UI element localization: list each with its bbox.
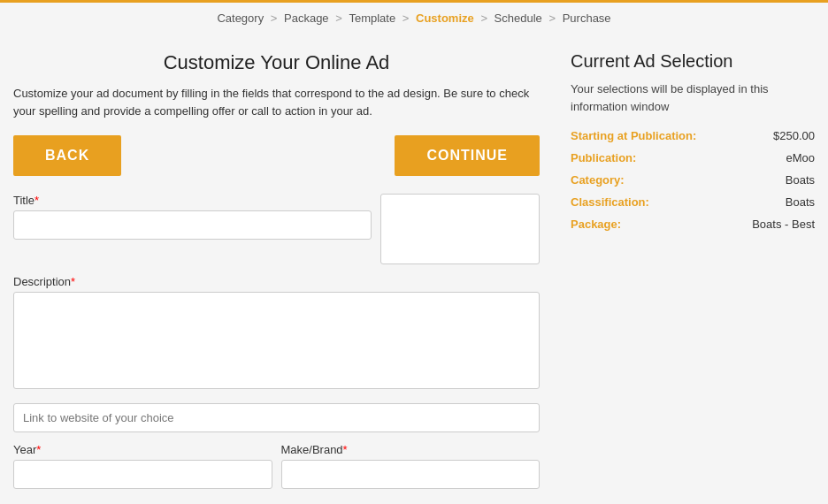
continue-button[interactable]: CONTINUE bbox=[395, 135, 540, 176]
separator: > bbox=[402, 11, 410, 25]
description-label: Description* bbox=[13, 275, 540, 288]
year-field-wrap: Year* bbox=[13, 443, 272, 489]
breadcrumb-item-customize[interactable]: Customize bbox=[416, 11, 474, 25]
right-panel: Current Ad Selection Your selections wil… bbox=[557, 34, 828, 500]
page-description: Customize your ad document by filling in… bbox=[13, 85, 540, 119]
make-brand-field-wrap: Make/Brand* bbox=[281, 443, 540, 489]
link-field-wrap bbox=[13, 403, 540, 432]
description-input[interactable] bbox=[13, 292, 540, 389]
ad-selection-description: Your selections will be displayed in thi… bbox=[571, 80, 815, 115]
make-brand-input[interactable] bbox=[281, 460, 540, 489]
separator: > bbox=[271, 11, 278, 25]
title-field-wrap: Title* bbox=[13, 194, 372, 264]
breadcrumb-item-purchase[interactable]: Purchase bbox=[563, 11, 611, 25]
selection-starting-at: Starting at Publication: $250.00 bbox=[571, 129, 815, 142]
year-input[interactable] bbox=[13, 460, 272, 489]
publication-value: eMoo bbox=[786, 151, 815, 164]
button-row: BACK CONTINUE bbox=[13, 135, 540, 176]
ad-selection-title: Current Ad Selection bbox=[571, 51, 815, 72]
selection-classification: Classification: Boats bbox=[571, 195, 815, 209]
year-make-row: Year* Make/Brand* bbox=[13, 443, 540, 489]
selection-category: Category: Boats bbox=[571, 173, 815, 187]
title-row: Title* bbox=[13, 194, 540, 264]
breadcrumb-item-category[interactable]: Category bbox=[217, 11, 264, 25]
package-label: Package: bbox=[571, 218, 621, 231]
classification-label: Classification: bbox=[571, 195, 649, 209]
year-label: Year* bbox=[13, 443, 272, 456]
breadcrumb-item-template[interactable]: Template bbox=[349, 11, 395, 25]
make-brand-label: Make/Brand* bbox=[281, 443, 540, 456]
separator: > bbox=[335, 11, 342, 25]
left-panel: Customize Your Online Ad Customize your … bbox=[0, 34, 557, 500]
classification-value: Boats bbox=[786, 195, 815, 209]
starting-at-label: Starting at Publication: bbox=[571, 129, 696, 142]
title-preview-wrap bbox=[380, 194, 540, 264]
separator: > bbox=[480, 11, 487, 25]
back-button[interactable]: BACK bbox=[13, 135, 121, 176]
category-value: Boats bbox=[786, 173, 815, 187]
separator: > bbox=[548, 11, 556, 25]
starting-at-value: $250.00 bbox=[773, 129, 815, 142]
category-label: Category: bbox=[571, 173, 625, 187]
link-input[interactable] bbox=[13, 403, 540, 432]
title-preview-box bbox=[380, 194, 540, 264]
breadcrumb-item-package[interactable]: Package bbox=[284, 11, 329, 25]
title-input[interactable] bbox=[13, 210, 372, 240]
selection-publication: Publication: eMoo bbox=[571, 151, 815, 164]
breadcrumb: Category > Package > Template > Customiz… bbox=[0, 0, 828, 34]
description-field-wrap: Description* bbox=[13, 275, 540, 393]
page-title: Customize Your Online Ad bbox=[13, 51, 540, 74]
publication-label: Publication: bbox=[571, 151, 636, 164]
selection-package: Package: Boats - Best bbox=[571, 218, 815, 231]
package-value: Boats - Best bbox=[752, 218, 815, 231]
title-label: Title* bbox=[13, 194, 372, 207]
breadcrumb-item-schedule[interactable]: Schedule bbox=[494, 11, 542, 25]
